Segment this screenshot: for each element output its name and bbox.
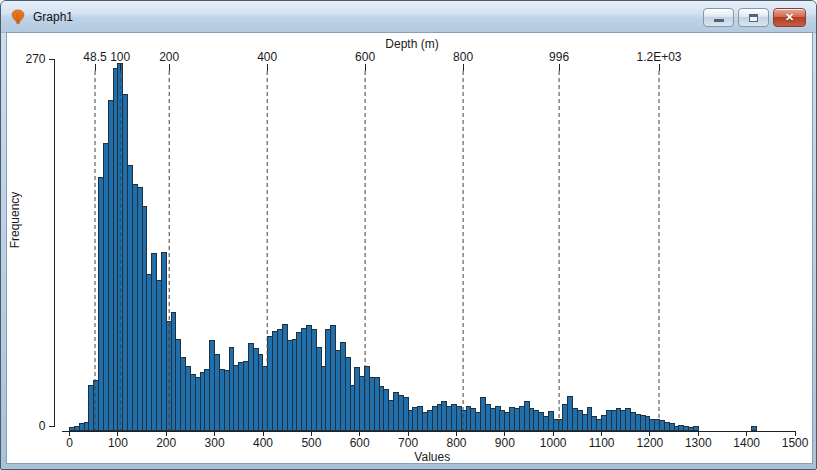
top-tick-label: 600 — [355, 50, 375, 64]
histogram-bar — [510, 407, 515, 430]
histogram-bar — [452, 405, 457, 431]
window-controls: ✕ — [703, 8, 806, 27]
histogram-bar — [195, 377, 200, 430]
histogram-bar — [360, 376, 365, 430]
histogram-bar — [219, 369, 224, 430]
histogram-bar — [132, 184, 137, 430]
x-axis-title: Values — [414, 450, 450, 464]
y-axis-title: Frequency — [8, 192, 22, 249]
histogram-bar — [577, 410, 582, 430]
histogram-bar — [495, 406, 500, 430]
histogram-bar — [108, 100, 113, 430]
histogram-bar — [476, 413, 481, 431]
histogram-bar — [490, 409, 495, 431]
x-tick-label: 700 — [398, 436, 418, 450]
histogram-bar — [539, 413, 544, 431]
histogram-bar — [263, 367, 268, 431]
histogram-bar — [316, 348, 321, 431]
histogram-bar — [679, 425, 684, 430]
histogram-bar — [79, 424, 84, 431]
restore-button[interactable] — [738, 8, 769, 27]
histogram-bar — [466, 406, 471, 430]
histogram-bar — [524, 402, 529, 431]
x-tick-label: 400 — [253, 436, 273, 450]
histogram-bar — [340, 342, 345, 430]
top-tick-label: 400 — [257, 50, 277, 64]
histogram-bar — [205, 369, 210, 430]
histogram-bar — [471, 409, 476, 431]
histogram-bar — [485, 405, 490, 431]
histogram-bar — [427, 410, 432, 430]
histogram-bar — [74, 426, 79, 430]
histogram-bar — [587, 407, 592, 430]
histogram-bar — [166, 322, 171, 431]
histogram-bar — [582, 414, 587, 430]
graph-window: Graph1 ✕ 48.51002004006008009961.2E+03De… — [0, 0, 817, 470]
histogram-bar — [331, 326, 336, 431]
histogram-bar — [113, 69, 118, 431]
histogram-bar — [355, 368, 360, 431]
histogram-bar — [481, 398, 486, 431]
histogram-bar — [224, 371, 229, 431]
histogram-bar — [302, 329, 307, 431]
top-axis-title: Depth (m) — [385, 37, 438, 51]
histogram-bar — [311, 330, 316, 431]
histogram-bar — [297, 333, 302, 431]
histogram-bar — [631, 413, 636, 431]
histogram-bar — [190, 375, 195, 431]
histogram-bar — [336, 350, 341, 430]
x-tick-label: 1400 — [733, 436, 760, 450]
histogram-bar — [635, 414, 640, 430]
histogram-bar — [161, 252, 166, 430]
histogram-bar — [674, 426, 679, 430]
histogram-bar — [669, 424, 674, 431]
histogram-bar — [142, 206, 147, 430]
histogram-bar — [268, 337, 273, 431]
titlebar[interactable]: Graph1 ✕ — [1, 1, 816, 33]
histogram-bar — [626, 409, 631, 431]
histogram-bar — [326, 330, 331, 431]
histogram-bar — [374, 377, 379, 430]
histogram-bar — [752, 426, 757, 430]
histogram-bar — [592, 417, 597, 431]
x-tick-label: 1500 — [782, 436, 809, 450]
x-tick-label: 800 — [446, 436, 466, 450]
histogram-bar — [389, 401, 394, 431]
x-tick-label: 600 — [350, 436, 370, 450]
histogram-bar — [152, 254, 157, 431]
histogram-bar — [345, 357, 350, 430]
histogram-bar — [282, 324, 287, 430]
histogram-bar — [660, 421, 665, 431]
histogram-bar — [123, 95, 128, 431]
top-tick-label: 48.5 — [83, 50, 107, 64]
histogram-bar — [664, 422, 669, 430]
x-tick-label: 500 — [301, 436, 321, 450]
histogram-bar — [573, 409, 578, 431]
window-title: Graph1 — [33, 10, 73, 24]
histogram-bar — [137, 187, 142, 430]
minimize-button[interactable] — [703, 8, 734, 27]
x-tick-label: 100 — [108, 436, 128, 450]
histogram-bar — [210, 341, 215, 431]
histogram-bar — [365, 367, 370, 431]
histogram-bar — [258, 354, 263, 430]
close-button[interactable]: ✕ — [773, 8, 806, 27]
top-tick-label: 200 — [159, 50, 179, 64]
histogram-bar — [273, 331, 278, 430]
histogram-bar — [684, 426, 689, 430]
histogram-bar — [398, 395, 403, 430]
histogram-bar — [693, 426, 698, 430]
histogram-bar — [248, 343, 253, 430]
histogram-bar — [200, 372, 205, 430]
x-tick-label: 300 — [205, 436, 225, 450]
histogram-bar — [89, 386, 94, 431]
histogram-bar — [621, 410, 626, 430]
shell-icon — [10, 9, 26, 25]
histogram-bar — [519, 406, 524, 430]
histogram-bar — [253, 349, 258, 431]
histogram-bar — [229, 348, 234, 431]
histogram-bar — [645, 417, 650, 431]
histogram-bar — [103, 144, 108, 431]
histogram-bar — [384, 390, 389, 431]
histogram-bar — [423, 413, 428, 431]
